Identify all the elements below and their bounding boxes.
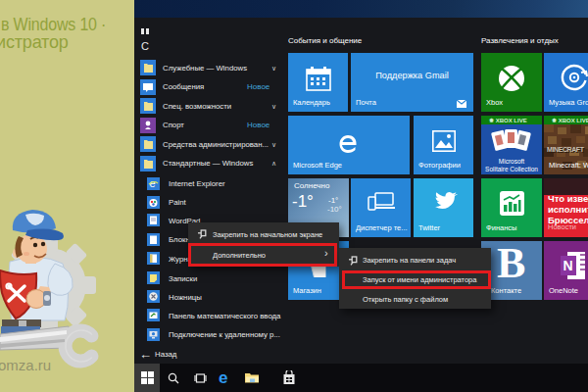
svg-text:N: N [564,258,573,273]
svg-text:e: e [219,369,227,386]
